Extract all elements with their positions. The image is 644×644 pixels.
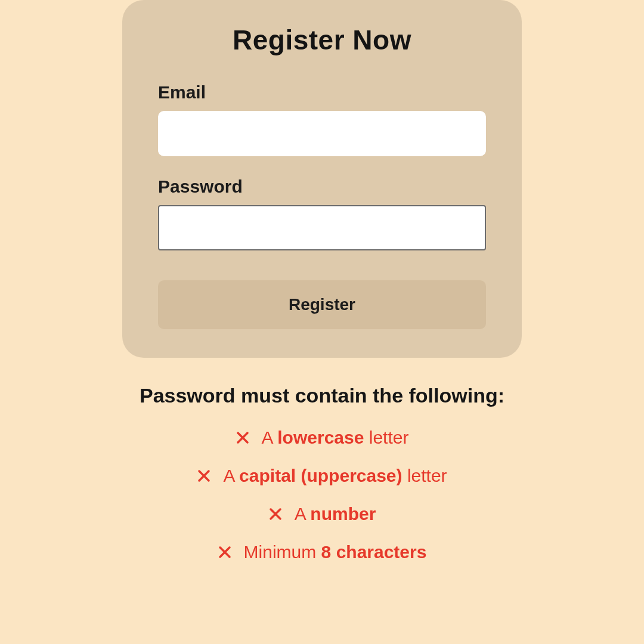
email-input[interactable] <box>158 111 486 156</box>
email-field-group: Email <box>158 82 486 156</box>
email-label: Email <box>158 82 486 103</box>
x-icon <box>268 507 283 521</box>
register-card: Register Now Email Password Register <box>122 0 522 358</box>
password-field-group: Password <box>158 177 486 250</box>
rule-item: A lowercase letter <box>0 428 644 448</box>
password-label: Password <box>158 177 486 197</box>
rule-item: Minimum 8 characters <box>0 542 644 562</box>
password-rules: Password must contain the following: A l… <box>0 384 644 562</box>
x-icon <box>218 545 232 559</box>
rule-item: A capital (uppercase) letter <box>0 466 644 486</box>
password-input[interactable] <box>158 205 486 250</box>
rules-title: Password must contain the following: <box>0 384 644 407</box>
rule-text: A capital (uppercase) letter <box>223 466 447 486</box>
rule-text: Minimum 8 characters <box>244 542 427 562</box>
x-icon <box>197 469 211 483</box>
card-title: Register Now <box>158 24 486 56</box>
rule-item: A number <box>0 504 644 524</box>
register-button[interactable]: Register <box>158 280 486 329</box>
x-icon <box>236 431 250 445</box>
rule-text: A number <box>295 504 376 524</box>
rules-list: A lowercase letterA capital (uppercase) … <box>0 428 644 562</box>
rule-text: A lowercase letter <box>262 428 409 448</box>
